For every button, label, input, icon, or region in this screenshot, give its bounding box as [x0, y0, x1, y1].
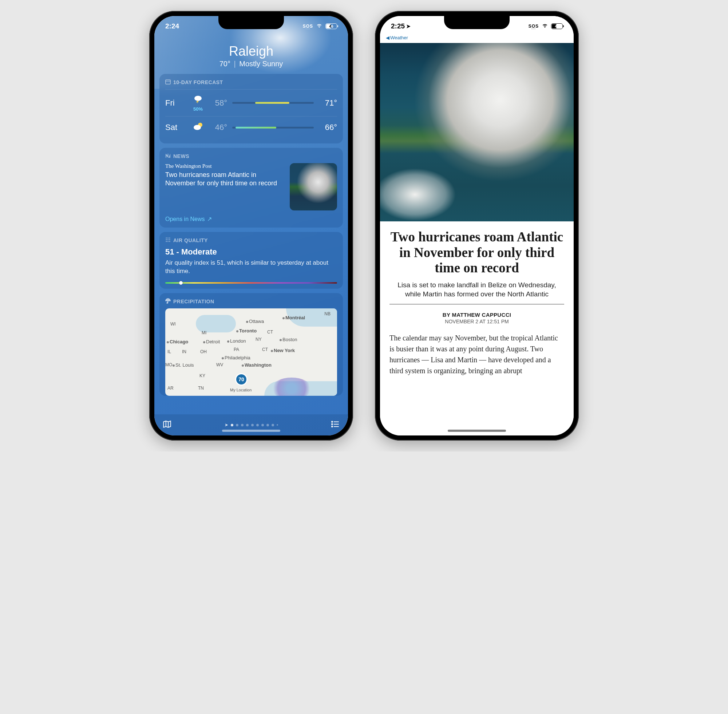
air-quality-card[interactable]: AIR QUALITY 51 - Moderate Air quality in…	[159, 232, 343, 289]
chevron-left-icon: ◀	[386, 35, 389, 40]
back-breadcrumb[interactable]: ◀ Weather	[386, 35, 408, 40]
weather-content[interactable]: 10-DAY FORECAST Fri 50% 58° 71° Sat	[154, 74, 348, 407]
map-label: KY	[199, 373, 205, 378]
city-name: Raleigh	[154, 44, 348, 59]
phone-weather: 2:24 SOS •••• 46	[149, 11, 353, 441]
svg-point-12	[168, 241, 168, 242]
status-time: 2:25 ➤	[391, 22, 410, 30]
news-icon	[165, 153, 171, 159]
article-body: Two hurricanes roam Atlantic in November…	[380, 221, 574, 384]
news-title: NEWS	[173, 153, 189, 159]
precip-blob	[271, 378, 312, 396]
aqi-value: 51 - Moderate	[165, 247, 337, 257]
page-dots[interactable]: ➤	[225, 422, 278, 428]
home-indicator[interactable]	[222, 430, 280, 432]
map-city: St. Louis	[172, 362, 194, 368]
wifi-icon	[542, 23, 548, 30]
page-dot[interactable]	[277, 424, 278, 426]
svg-point-6	[168, 238, 168, 238]
calendar-icon	[165, 79, 171, 86]
map-label: NY	[256, 337, 262, 342]
svg-point-16	[332, 424, 333, 425]
page-dot[interactable]	[251, 424, 254, 426]
map-label: CT	[267, 330, 273, 334]
svg-point-11	[166, 241, 167, 242]
status-right: SOS •••• 45	[529, 23, 563, 30]
sos-indicator: SOS ••••	[303, 23, 313, 30]
page-dot[interactable]	[236, 424, 238, 426]
forecast-header: 10-DAY FORECAST	[165, 79, 337, 86]
forecast-title: 10-DAY FORECAST	[173, 80, 223, 85]
map-city: Montréal	[282, 315, 305, 320]
home-indicator[interactable]	[448, 430, 506, 432]
screen: 2:24 SOS •••• 46	[154, 16, 348, 435]
svg-point-10	[169, 239, 170, 240]
page-dot[interactable]	[241, 424, 244, 426]
map-label: CT	[262, 347, 268, 352]
forecast-row-fri[interactable]: Fri 50% 58° 71°	[165, 89, 337, 116]
page-dot[interactable]	[267, 424, 269, 426]
map-city: Chicago	[167, 339, 188, 345]
author-name: MATTHEW CAPPUCCI	[452, 312, 511, 318]
svg-point-2	[195, 96, 202, 101]
map-icon[interactable]	[162, 420, 172, 430]
article-hero-image	[380, 43, 574, 221]
map-city: Ottawa	[246, 319, 264, 324]
news-text: The Washington Post Two hurricanes roam …	[165, 163, 285, 210]
svg-rect-0	[166, 80, 170, 84]
precipitation-card[interactable]: PRECIPITATION NB WI MI Ottawa Montréal T…	[159, 293, 343, 396]
news-card[interactable]: NEWS The Washington Post Two hurricanes …	[159, 148, 343, 228]
status-right: SOS •••• 46	[303, 23, 337, 30]
map-label: IN	[182, 349, 186, 354]
map-label: NB	[324, 311, 331, 316]
map-city: Boston	[280, 337, 297, 342]
map-label: MI	[202, 330, 207, 335]
aqi-marker	[179, 281, 183, 285]
low-temp: 58°	[209, 98, 227, 108]
list-icon[interactable]	[331, 420, 340, 430]
article-byline: BY MATTHEW CAPPUCCI	[389, 312, 564, 318]
svg-point-8	[166, 239, 167, 240]
article-subhead: Lisa is set to make landfall in Belize o…	[389, 280, 564, 304]
screen: 2:25 ➤ SOS •••• 45 ◀ Weather	[380, 16, 574, 435]
page-dot[interactable]	[256, 424, 259, 426]
precip-header: PRECIPITATION	[165, 298, 337, 305]
aqi-header: AIR QUALITY	[165, 237, 337, 244]
day-label: Fri	[165, 98, 187, 108]
aqi-title: AIR QUALITY	[173, 237, 208, 243]
aqi-grid-icon	[165, 237, 171, 244]
page-dot[interactable]	[271, 424, 274, 426]
low-temp: 46°	[209, 123, 227, 132]
page-dot[interactable]	[246, 424, 249, 426]
precip-title: PRECIPITATION	[173, 298, 214, 304]
news-body: The Washington Post Two hurricanes roam …	[165, 163, 337, 210]
aqi-scale-bar	[165, 282, 337, 284]
map-label: MO	[165, 362, 172, 368]
map-label: WV	[216, 362, 223, 368]
temp-range-bar	[232, 102, 314, 104]
bottom-toolbar: ➤	[154, 414, 348, 435]
map-label: AR	[168, 386, 174, 391]
news-article[interactable]: Two hurricanes roam Atlantic in November…	[380, 16, 574, 435]
umbrella-icon	[165, 298, 171, 305]
page-dot[interactable]	[261, 424, 264, 426]
wifi-icon	[316, 23, 322, 30]
forecast-card[interactable]: 10-DAY FORECAST Fri 50% 58° 71° Sat	[159, 74, 343, 144]
precipitation-map[interactable]: NB WI MI Ottawa Montréal Toronto CT Lond…	[165, 308, 337, 396]
status-time: 2:24	[165, 22, 179, 30]
temp-range-bar	[232, 127, 314, 129]
publish-date: NOVEMBER 2 AT 12:51 PM	[389, 319, 564, 324]
my-location-pin[interactable]: 70	[235, 373, 247, 386]
svg-point-7	[169, 238, 170, 238]
page-dot[interactable]	[231, 424, 233, 426]
precip-pct: 50%	[187, 106, 209, 112]
weather-header: Raleigh 70° | Mostly Sunny	[154, 36, 348, 74]
high-temp: 71°	[319, 98, 337, 108]
opens-in-news-link[interactable]: Opens in News ↗	[165, 216, 337, 222]
forecast-row-sat[interactable]: Sat 46° 66°	[165, 116, 337, 138]
news-header: NEWS	[165, 153, 337, 159]
my-location-label: My Location	[230, 388, 252, 392]
time-text: 2:24	[165, 22, 179, 30]
aqi-description: Air quality index is 51, which is simila…	[165, 259, 337, 276]
map-label: TN	[198, 386, 204, 391]
